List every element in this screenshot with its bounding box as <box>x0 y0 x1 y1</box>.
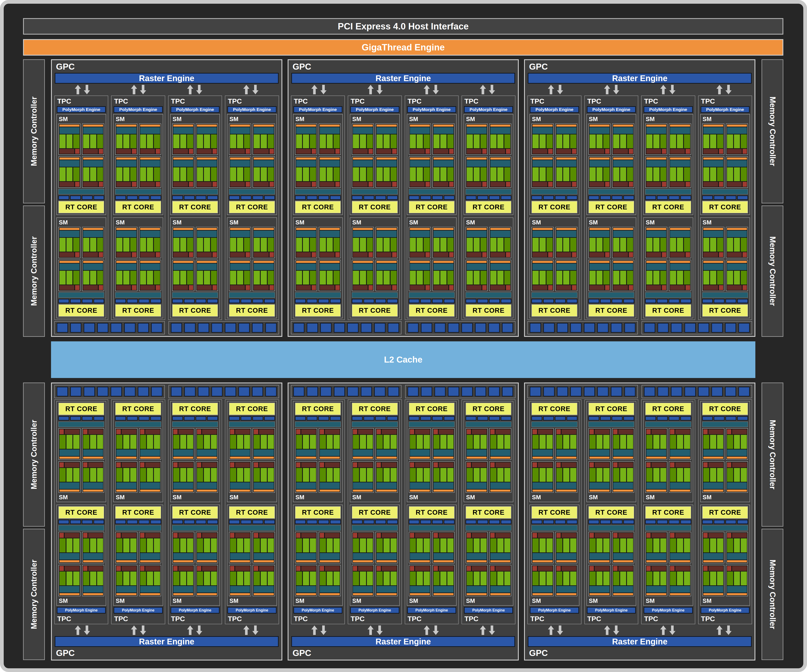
maroon-bar <box>533 149 547 154</box>
polymorph-engine-label: PolyMorph Engine <box>236 608 268 612</box>
green-core-column-dark <box>353 538 359 552</box>
up-arrow-icon <box>243 85 249 94</box>
rop-unit <box>361 387 372 396</box>
orange-bar <box>589 261 609 263</box>
orange-bar <box>556 560 576 562</box>
green-core-column <box>180 538 186 552</box>
maroon-bars <box>353 285 373 290</box>
gpc-label: GPC <box>527 62 752 72</box>
sm-block: SM <box>227 114 277 215</box>
green-core-column-dark <box>646 468 653 482</box>
maroon-bars <box>140 462 160 467</box>
polymorph-engine-label: PolyMorph Engine <box>233 107 271 112</box>
green-core-column-dark <box>717 167 723 181</box>
green-core-column <box>230 271 236 284</box>
teal-bar <box>556 553 576 560</box>
blue-segment <box>375 196 386 200</box>
green-core-column-dark <box>211 135 217 148</box>
rt-core-block: RT CORE <box>295 304 341 317</box>
core-subblock <box>352 123 374 155</box>
green-core-column <box>296 238 302 251</box>
maroon-bars <box>410 533 430 538</box>
core-subblock <box>295 227 317 258</box>
green-core-column-dark <box>97 271 103 284</box>
core-columns <box>467 135 487 148</box>
green-core-column <box>154 572 160 586</box>
blue-segment <box>139 299 149 303</box>
blue-segment <box>645 520 656 524</box>
maroon-bars <box>556 149 576 154</box>
maroon-bar <box>467 285 482 290</box>
blue-segment <box>70 196 81 200</box>
green-core-column <box>533 167 539 181</box>
rop-unit <box>252 323 263 333</box>
rop-group <box>527 321 638 334</box>
rop-unit <box>725 387 736 396</box>
green-core-column <box>433 271 440 284</box>
blue-segments-row <box>531 416 577 421</box>
green-core-column <box>474 468 480 482</box>
polymorph-engine-bar: PolyMorph Engine <box>530 106 579 113</box>
maroon-bar <box>259 429 274 434</box>
maroon-bars <box>353 149 373 154</box>
core-subblock <box>555 227 577 258</box>
core-columns <box>433 271 453 284</box>
core-columns <box>613 468 633 482</box>
down-arrow-icon <box>252 85 259 94</box>
core-subblock <box>409 428 431 460</box>
teal-bar <box>613 127 633 134</box>
rt-core-label: RT CORE <box>65 405 97 413</box>
core-subblock <box>612 428 634 460</box>
green-core-column-dark <box>741 238 747 251</box>
maroon-square <box>140 566 144 571</box>
teal-bar <box>727 127 747 134</box>
maroon-bars <box>646 182 666 187</box>
down-arrow-icon <box>140 625 146 635</box>
blue-segment <box>364 520 374 524</box>
green-core-column-dark <box>556 435 563 449</box>
blue-segment <box>115 196 126 200</box>
green-core-column <box>230 167 236 181</box>
core-columns <box>230 167 250 181</box>
maroon-square <box>449 252 453 257</box>
sm-block: SM <box>350 401 400 502</box>
green-core-column-dark <box>244 238 250 251</box>
blue-segment <box>588 196 599 200</box>
core-subblock <box>352 565 374 596</box>
maroon-bar <box>202 533 217 538</box>
green-core-column <box>230 238 236 251</box>
orange-bar <box>83 228 103 230</box>
green-core-column-dark <box>83 538 89 552</box>
core-columns <box>410 271 430 284</box>
maroon-square <box>629 252 633 257</box>
sm-block: SM <box>293 401 343 502</box>
teal-bar <box>197 449 217 456</box>
maroon-bars <box>533 429 553 434</box>
sm-stack: SM <box>643 114 693 318</box>
core-columns <box>197 167 217 181</box>
up-arrow-icon <box>716 85 722 94</box>
orange-bar <box>197 158 217 160</box>
core-subblock <box>555 260 577 291</box>
polymorph-engine-bar: PolyMorph Engine <box>530 607 579 614</box>
sm-label: SM <box>409 219 455 226</box>
green-core-column <box>596 572 603 586</box>
core-columns <box>589 238 609 251</box>
green-core-column-dark <box>116 538 123 552</box>
maroon-square <box>533 533 537 538</box>
orange-bar <box>589 158 609 160</box>
core-subblock <box>702 156 724 188</box>
maroon-bars <box>60 533 80 538</box>
maroon-square <box>213 149 217 154</box>
down-arrow-icon <box>669 85 676 94</box>
sm-label: SM <box>58 494 104 501</box>
maroon-bar <box>88 533 103 538</box>
down-arrow-icon <box>557 625 563 635</box>
green-core-column <box>490 135 496 148</box>
core-subblock <box>432 532 455 563</box>
maroon-bar <box>235 533 250 538</box>
tpc-label: TPC <box>56 97 106 105</box>
rop-unit <box>70 387 81 396</box>
blue-segments-row <box>352 299 397 303</box>
green-core-column <box>147 238 153 251</box>
